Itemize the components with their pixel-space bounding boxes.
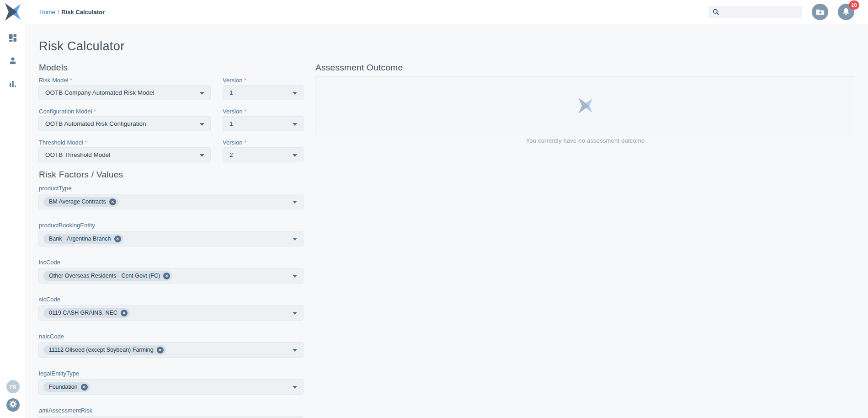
watermark-logo-icon xyxy=(578,98,593,113)
chevron-down-icon xyxy=(200,92,204,95)
search-icon xyxy=(713,9,719,16)
chip-remove-icon[interactable]: ✕ xyxy=(163,273,170,279)
field-label-text: Version xyxy=(223,108,242,115)
search-input[interactable] xyxy=(719,6,806,18)
create-new-button[interactable] xyxy=(812,4,828,20)
avatar-initials: TR xyxy=(9,384,16,390)
avatar[interactable]: TR xyxy=(6,380,20,393)
required-mark: * xyxy=(70,77,72,84)
field-label-text: Threshold Model xyxy=(39,139,83,146)
bell-icon xyxy=(842,8,850,16)
chevron-down-icon xyxy=(293,275,297,278)
isccode-label: iscCode xyxy=(39,259,60,266)
assessment-empty-message: You currently have no assessment outcome xyxy=(315,137,855,144)
chip-label: 11112 Oilseed (except Soybean) Farming xyxy=(49,347,154,353)
breadcrumb-separator: / xyxy=(58,9,59,16)
amlassessmentrisk-multiselect[interactable] xyxy=(38,416,304,418)
configuration-model-value: OOTB Automated Risk Configuration xyxy=(39,120,146,127)
breadcrumb-current: Risk Calculator xyxy=(61,9,105,16)
chip-label: Other Overseas Residents - Cent Govt (FC… xyxy=(49,273,160,279)
app-logo-icon[interactable] xyxy=(4,3,21,21)
legalentitytype-multiselect[interactable]: Foundation ✕ xyxy=(38,379,304,395)
threshold-model-label: Threshold Model* xyxy=(39,139,87,146)
sidebar-item-reports[interactable] xyxy=(7,79,19,91)
page-title: Risk Calculator xyxy=(39,39,125,54)
risk-model-value: OOTB Company Automated Risk Model xyxy=(39,89,154,96)
chevron-down-icon xyxy=(293,238,297,241)
producttype-label: productType xyxy=(39,185,72,192)
chip-remove-icon[interactable]: ✕ xyxy=(114,236,121,242)
threshold-version-select[interactable]: 2 xyxy=(223,147,304,162)
configuration-model-label: Configuration Model* xyxy=(39,108,96,115)
configuration-version-label: Version* xyxy=(223,108,246,115)
breadcrumb: Home / Risk Calculator xyxy=(39,0,105,24)
sidebar: TR xyxy=(0,0,26,418)
settings-button[interactable] xyxy=(6,398,20,412)
chip-remove-icon[interactable]: ✕ xyxy=(157,347,164,354)
field-label-text: Version xyxy=(223,139,242,146)
productbookingentity-label: productBookingEntity xyxy=(39,222,95,229)
chevron-down-icon xyxy=(293,201,297,204)
models-heading: Models xyxy=(39,63,68,73)
naiccode-multiselect[interactable]: 11112 Oilseed (except Soybean) Farming ✕ xyxy=(38,342,304,358)
productbookingentity-multiselect[interactable]: Bank - Argentina Branch ✕ xyxy=(38,231,304,247)
isccode-multiselect[interactable]: Other Overseas Residents - Cent Govt (FC… xyxy=(38,268,304,284)
selected-chip: BM Average Contracts ✕ xyxy=(43,197,118,207)
dashboard-icon xyxy=(9,34,17,44)
required-mark: * xyxy=(244,77,246,84)
top-header: Home / Risk Calculator 10 xyxy=(26,0,868,24)
assessment-outcome-heading: Assessment Outcome xyxy=(315,63,403,73)
producttype-multiselect[interactable]: BM Average Contracts ✕ xyxy=(38,194,304,209)
sidebar-item-dashboard[interactable] xyxy=(7,33,19,45)
chevron-down-icon xyxy=(200,123,204,126)
threshold-model-value: OOTB Threshold Model xyxy=(39,151,110,158)
chevron-down-icon xyxy=(293,92,297,95)
assessment-outcome-panel xyxy=(315,76,855,135)
threshold-version-label: Version* xyxy=(223,139,246,146)
chip-remove-icon[interactable]: ✕ xyxy=(81,384,88,391)
notification-count-badge: 10 xyxy=(849,0,859,10)
siccode-multiselect[interactable]: 0119 CASH GRAINS, NEC ✕ xyxy=(38,305,304,321)
required-mark: * xyxy=(244,108,246,115)
chip-remove-icon[interactable]: ✕ xyxy=(121,310,128,316)
main-content: Risk Calculator Models Risk Model* OOTB … xyxy=(26,24,868,418)
chevron-down-icon xyxy=(293,154,297,157)
risk-model-version-select[interactable]: 1 xyxy=(223,85,304,100)
chevron-down-icon xyxy=(200,154,204,157)
sidebar-item-users[interactable] xyxy=(7,56,19,68)
required-mark: * xyxy=(85,139,87,146)
risk-factors-heading: Risk Factors / Values xyxy=(39,170,123,180)
gear-icon xyxy=(9,400,17,410)
configuration-version-value: 1 xyxy=(223,120,233,127)
threshold-version-value: 2 xyxy=(223,151,233,158)
required-mark: * xyxy=(94,108,96,115)
folder-plus-icon xyxy=(816,8,825,16)
field-label-text: Version xyxy=(223,77,242,84)
chevron-down-icon xyxy=(293,312,297,315)
search-box xyxy=(708,6,802,18)
chevron-down-icon xyxy=(293,386,297,389)
sidebar-nav xyxy=(0,33,26,91)
selected-chip: 11112 Oilseed (except Soybean) Farming ✕ xyxy=(43,345,166,355)
chip-remove-icon[interactable]: ✕ xyxy=(109,198,116,205)
risk-model-version-value: 1 xyxy=(223,89,233,96)
bar-chart-icon xyxy=(9,80,17,90)
breadcrumb-home-link[interactable]: Home xyxy=(39,9,55,16)
naiccode-label: naicCode xyxy=(39,333,64,340)
risk-model-version-label: Version* xyxy=(223,77,246,84)
risk-model-select[interactable]: OOTB Company Automated Risk Model xyxy=(38,85,211,100)
user-icon xyxy=(9,57,17,67)
configuration-version-select[interactable]: 1 xyxy=(223,116,304,131)
legalentitytype-label: legalEntityType xyxy=(39,370,79,377)
risk-model-label: Risk Model* xyxy=(39,77,72,84)
field-label-text: Risk Model xyxy=(39,77,68,84)
required-mark: * xyxy=(244,139,246,146)
chevron-down-icon xyxy=(293,349,297,352)
chevron-down-icon xyxy=(293,123,297,126)
selected-chip: 0119 CASH GRAINS, NEC ✕ xyxy=(43,308,130,318)
threshold-model-select[interactable]: OOTB Threshold Model xyxy=(38,147,211,162)
configuration-model-select[interactable]: OOTB Automated Risk Configuration xyxy=(38,116,211,131)
sidebar-footer: TR xyxy=(0,380,26,412)
chip-label: Foundation xyxy=(49,384,78,390)
selected-chip: Foundation ✕ xyxy=(43,382,90,392)
